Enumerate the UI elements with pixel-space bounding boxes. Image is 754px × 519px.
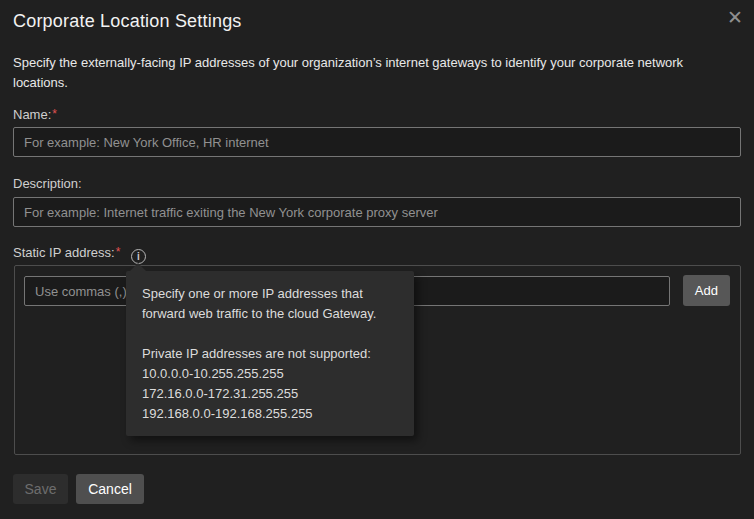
name-input[interactable] <box>13 127 741 157</box>
tooltip-spacer <box>142 324 398 344</box>
tooltip-arrow <box>130 263 146 271</box>
static-ip-label-text: Static IP address: <box>13 245 115 260</box>
description-label-text: Description: <box>13 176 82 191</box>
required-asterisk: * <box>116 245 121 259</box>
add-button[interactable]: Add <box>683 275 730 306</box>
dialog-intro-text: Specify the externally-facing IP address… <box>13 53 741 93</box>
name-label: Name:* <box>13 107 57 122</box>
tooltip-ip-range: 10.0.0.0-10.255.255.255 <box>142 364 398 384</box>
save-button[interactable]: Save <box>13 474 68 504</box>
description-input[interactable] <box>13 197 741 227</box>
tooltip-not-supported-heading: Private IP addresses are not supported: <box>142 344 398 364</box>
required-asterisk: * <box>52 107 57 121</box>
description-label: Description: <box>13 176 82 191</box>
close-icon[interactable]: ✕ <box>721 3 749 31</box>
name-label-text: Name: <box>13 107 51 122</box>
tooltip-ip-range: 172.16.0.0-172.31.255.255 <box>142 384 398 404</box>
info-icon[interactable]: i <box>131 249 146 264</box>
dialog-title: Corporate Location Settings <box>13 11 242 32</box>
static-ip-tooltip: Specify one or more IP addresses that fo… <box>126 271 414 436</box>
tooltip-paragraph: Specify one or more IP addresses that fo… <box>142 284 398 324</box>
cancel-button[interactable]: Cancel <box>76 474 144 504</box>
corporate-location-settings-dialog: Corporate Location Settings ✕ Specify th… <box>0 0 754 519</box>
static-ip-label: Static IP address:* i <box>13 245 146 264</box>
tooltip-ip-range: 192.168.0.0-192.168.255.255 <box>142 404 398 424</box>
